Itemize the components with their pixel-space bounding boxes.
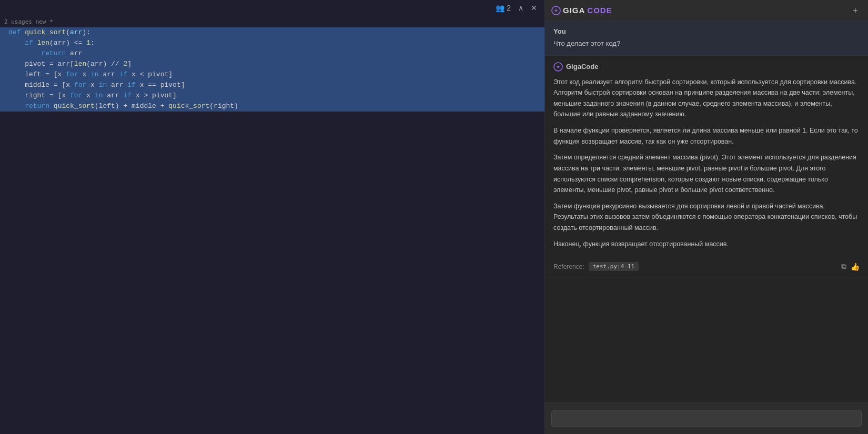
code-line-1: def quick_sort(arr): [0,27,544,38]
reference-actions: ⧉ 👍 [841,262,860,271]
assistant-name: GigaCode [566,63,598,70]
thumbs-up-icon[interactable]: 👍 [851,263,860,271]
chat-panel: GIGACODE + You Что делает этот код? Giga… [544,0,868,434]
usages-bar: 2 usages new * [0,16,544,27]
line-content-7: right = [x for x in arr if x > pivot] [0,90,544,101]
code-line-3: return arr [0,48,544,59]
code-area[interactable]: def quick_sort(arr): if len(arr) <= 1: r… [0,27,544,434]
response-para-4: Затем функция рекурсивно вызывается для … [553,201,860,234]
code-line-4: pivot = arr[len(arr) // 2] [0,59,544,69]
gigacode-logo: GIGACODE [551,6,612,15]
chat-header: GIGACODE + [545,0,868,21]
response-para-1: Этот код реализует алгоритм быстрой сорт… [553,77,860,120]
line-content-3: return arr [0,48,544,59]
reference-row: Reference: test.py:4-11 ⧉ 👍 [553,257,860,271]
chat-messages[interactable]: You Что делает этот код? GigaCode Этот к… [545,21,868,402]
chat-input-area [545,402,868,434]
code-line-2: if len(arr) <= 1: [0,38,544,48]
code-line-empty [0,112,544,122]
editor-panel: 👥 2 ∧ ✕ 2 usages new * def quick_sort(ar… [0,0,544,434]
user-label: You [553,27,860,35]
response-para-5: Наконец, функция возвращает отсортирован… [553,239,860,250]
assistant-avatar [553,62,563,72]
logo-text-code: CODE [587,6,612,15]
code-line-6: middle = [x for x in arr if x == pivot] [0,80,544,90]
close-icon[interactable]: ✕ [529,3,539,13]
chat-input[interactable] [551,410,862,427]
code-line-5: left = [x for x in arr if x < pivot] [0,69,544,80]
line-content-4: pivot = arr[len(arr) // 2] [0,59,544,69]
expand-icon[interactable]: ∧ [516,3,526,13]
assistant-header: GigaCode [553,62,860,72]
editor-toolbar: 👥 2 ∧ ✕ [0,0,544,16]
reference-label: Reference: [553,263,584,270]
assistant-response-text: Этот код реализует алгоритм быстрой сорт… [553,77,860,250]
line-content-5: left = [x for x in arr if x < pivot] [0,69,544,80]
line-content-2: if len(arr) <= 1: [0,38,544,48]
usages-text: 2 usages new * [4,18,53,25]
code-line-7: right = [x for x in arr if x > pivot] [0,90,544,101]
logo-text-giga: GIGA [563,6,585,15]
copy-icon[interactable]: ⧉ [841,262,846,271]
line-content-8: return quick_sort(left) + middle + quick… [0,101,544,112]
assistant-message-block: GigaCode Этот код реализует алгоритм быс… [545,56,868,278]
people-icon[interactable]: 👥 2 [493,3,513,13]
line-content-6: middle = [x for x in arr if x == pivot] [0,80,544,90]
line-content-1: def quick_sort(arr): [0,27,544,38]
user-text: Что делает этот код? [553,38,860,49]
chat-close-button[interactable]: + [849,4,862,17]
user-message-block: You Что делает этот код? [545,21,868,56]
gigacode-logo-icon [551,6,561,15]
response-para-3: Затем определяется средний элемент масси… [553,152,860,196]
code-line-8: return quick_sort(left) + middle + quick… [0,101,544,112]
reference-badge: test.py:4-11 [589,262,639,271]
response-para-2: В начале функции проверяется, является л… [553,125,860,147]
